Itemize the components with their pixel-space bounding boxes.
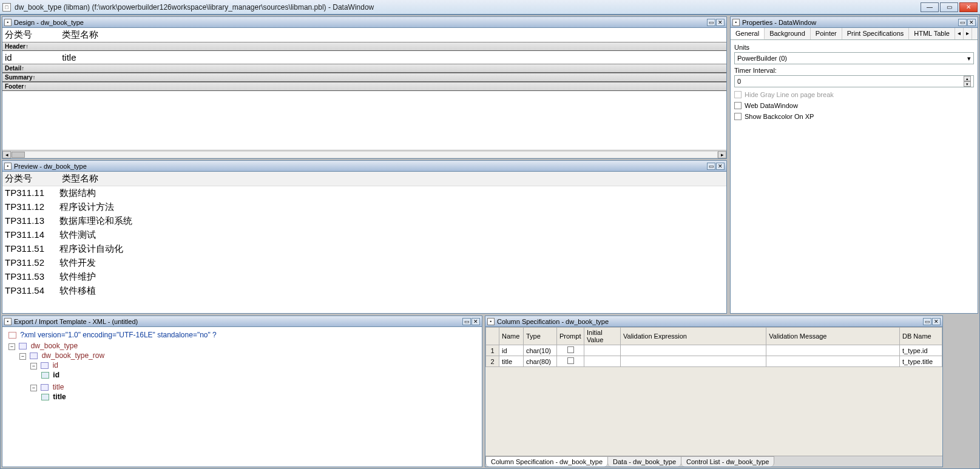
panel-close-button[interactable]: ✕ xyxy=(716,19,725,26)
band-label-detail[interactable]: Detail↑ xyxy=(2,64,726,72)
colspec-rownum[interactable]: 1 xyxy=(486,345,499,356)
checkbox-icon[interactable] xyxy=(734,113,742,120)
preview-row[interactable]: TP311.14软件测试 xyxy=(2,228,726,242)
panel-restore-button[interactable]: ▭ xyxy=(958,19,967,26)
scroll-thumb[interactable] xyxy=(12,152,25,158)
checkbox-icon[interactable] xyxy=(567,346,574,353)
detail-col-id[interactable]: id xyxy=(5,52,59,62)
panel-close-button[interactable]: ✕ xyxy=(932,318,941,325)
preview-cell-title[interactable]: 程序设计自动化 xyxy=(59,243,123,254)
panel-restore-button[interactable]: ▭ xyxy=(462,318,471,325)
panel-close-button[interactable]: ✕ xyxy=(716,163,725,170)
preview-cell-id[interactable]: TP311.53 xyxy=(5,271,59,282)
scroll-left-icon[interactable]: ◂ xyxy=(2,151,11,158)
properties-panel-header[interactable]: ▪ Properties - DataWindow ▭ ✕ xyxy=(731,17,978,28)
preview-cell-title[interactable]: 软件移植 xyxy=(59,285,96,295)
xml-row-node[interactable]: − dw_book_type_row − id xyxy=(19,350,478,405)
tab-column-specification[interactable]: Column Specification - dw_book_type xyxy=(485,456,608,467)
colspec-dbname[interactable]: t_type.title xyxy=(900,356,942,367)
colspec-type[interactable]: char(80) xyxy=(524,356,557,367)
colspec-initial[interactable] xyxy=(584,345,621,356)
colspec-hdr-num[interactable] xyxy=(486,328,499,345)
tab-pointer[interactable]: Pointer xyxy=(811,28,842,39)
scroll-right-icon[interactable]: ▸ xyxy=(718,151,726,158)
preview-cell-title[interactable]: 软件测试 xyxy=(59,229,96,240)
panel-close-button[interactable]: ✕ xyxy=(471,318,480,325)
xml-col-title-node[interactable]: − title title xyxy=(30,382,478,403)
tab-general[interactable]: General xyxy=(731,28,765,39)
colspec-prompt[interactable] xyxy=(557,345,584,356)
tab-background[interactable]: Background xyxy=(765,28,811,39)
minimize-button[interactable]: — xyxy=(921,2,939,12)
preview-cell-title[interactable]: 程序设计方法 xyxy=(59,201,114,212)
colspec-validmsg[interactable] xyxy=(766,345,900,356)
colspec-name[interactable]: title xyxy=(499,356,524,367)
colspec-hdr-validmsg[interactable]: Validation Message xyxy=(766,328,900,345)
close-button[interactable]: ✕ xyxy=(959,2,978,12)
xml-tree[interactable]: ?xml version="1.0" encoding="UTF-16LE" s… xyxy=(2,327,482,467)
header-col-title[interactable]: 类型名称 xyxy=(62,29,98,41)
maximize-button[interactable]: ▭ xyxy=(940,2,958,12)
preview-row[interactable]: TP311.53软件维护 xyxy=(2,270,726,284)
colspec-hdr-initial[interactable]: Initial Value xyxy=(584,328,621,345)
design-hscroll[interactable]: ◂ ▸ xyxy=(2,150,726,158)
xml-col-title-value[interactable]: title xyxy=(41,391,478,402)
tree-collapse-icon[interactable]: − xyxy=(30,363,37,369)
band-label-summary[interactable]: Summary↑ xyxy=(2,73,726,81)
tab-scroll-right[interactable]: ▸ xyxy=(964,28,972,39)
detail-col-title[interactable]: title xyxy=(62,52,76,62)
xml-declaration-node[interactable]: ?xml version="1.0" encoding="UTF-16LE" s… xyxy=(8,329,478,340)
panel-restore-button[interactable]: ▭ xyxy=(707,19,715,26)
colspec-hdr-name[interactable]: Name xyxy=(499,328,524,345)
xml-root-node[interactable]: − dw_book_type − dw_book_type_row − xyxy=(8,340,478,406)
design-panel-header[interactable]: ▪ Design - dw_book_type ▭ ✕ xyxy=(2,17,726,28)
preview-cell-id[interactable]: TP311.14 xyxy=(5,229,59,240)
colspec-name[interactable]: id xyxy=(499,345,524,356)
tab-scroll-left[interactable]: ◂ xyxy=(955,28,964,39)
units-select[interactable]: PowerBuilder (0) ▾ xyxy=(734,52,974,64)
colspec-validmsg[interactable] xyxy=(766,356,900,367)
colspec-hdr-type[interactable]: Type xyxy=(524,328,557,345)
panel-restore-button[interactable]: ▭ xyxy=(923,318,931,325)
preview-cell-id[interactable]: TP311.51 xyxy=(5,243,59,254)
tab-html-table[interactable]: HTML Table xyxy=(909,28,955,39)
colspec-row[interactable]: 2 title char(80) t_type.title xyxy=(486,356,942,367)
panel-close-button[interactable]: ✕ xyxy=(967,19,976,26)
xml-panel-header[interactable]: ▪ Export / Import Template - XML - (unti… xyxy=(2,316,482,327)
preview-row[interactable]: TP311.13数据库理论和系统 xyxy=(2,214,726,228)
design-detail-band[interactable]: id title xyxy=(2,51,726,64)
band-label-footer[interactable]: Footer↑ xyxy=(2,82,726,90)
preview-cell-id[interactable]: TP311.11 xyxy=(5,187,59,198)
colspec-validexpr[interactable] xyxy=(621,356,766,367)
preview-row[interactable]: TP311.11数据结构 xyxy=(2,186,726,200)
design-header-band[interactable]: 分类号 类型名称 xyxy=(2,28,726,42)
preview-cell-id[interactable]: TP311.54 xyxy=(5,285,59,295)
colspec-hdr-validexpr[interactable]: Validation Expression xyxy=(621,328,766,345)
preview-row[interactable]: TP311.51程序设计自动化 xyxy=(2,242,726,256)
colspec-rownum[interactable]: 2 xyxy=(486,356,499,367)
preview-cell-title[interactable]: 软件开发 xyxy=(59,257,96,268)
preview-cell-id[interactable]: TP311.52 xyxy=(5,257,59,268)
preview-panel-header[interactable]: ▪ Preview - dw_book_type ▭ ✕ xyxy=(2,161,726,172)
tree-collapse-icon[interactable]: − xyxy=(19,353,26,360)
spin-up-icon[interactable]: ▴ xyxy=(964,76,971,81)
panel-restore-button[interactable]: ▭ xyxy=(707,163,715,170)
colspec-validexpr[interactable] xyxy=(621,345,766,356)
tree-collapse-icon[interactable]: − xyxy=(30,385,37,391)
preview-cell-title[interactable]: 软件维护 xyxy=(59,271,96,282)
timer-interval-input[interactable]: 0 ▴▾ xyxy=(734,75,974,87)
web-datawindow-checkbox[interactable]: Web DataWindow xyxy=(734,102,974,109)
xml-col-id-value[interactable]: id xyxy=(41,369,478,380)
colspec-panel-header[interactable]: ▪ Column Specification - dw_book_type ▭ … xyxy=(485,316,942,327)
colspec-row[interactable]: 1 id char(10) t_type.id xyxy=(486,345,942,356)
preview-cell-id[interactable]: TP311.12 xyxy=(5,201,59,212)
show-backcolor-checkbox[interactable]: Show Backcolor On XP xyxy=(734,113,974,120)
checkbox-icon[interactable] xyxy=(734,102,742,109)
colspec-dbname[interactable]: t_type.id xyxy=(900,345,942,356)
colspec-initial[interactable] xyxy=(584,356,621,367)
colspec-type[interactable]: char(10) xyxy=(524,345,557,356)
tab-data[interactable]: Data - dw_book_type xyxy=(607,456,681,467)
band-label-header[interactable]: Header↑ xyxy=(2,42,726,50)
header-col-id[interactable]: 分类号 xyxy=(5,29,59,41)
spin-down-icon[interactable]: ▾ xyxy=(964,81,971,87)
